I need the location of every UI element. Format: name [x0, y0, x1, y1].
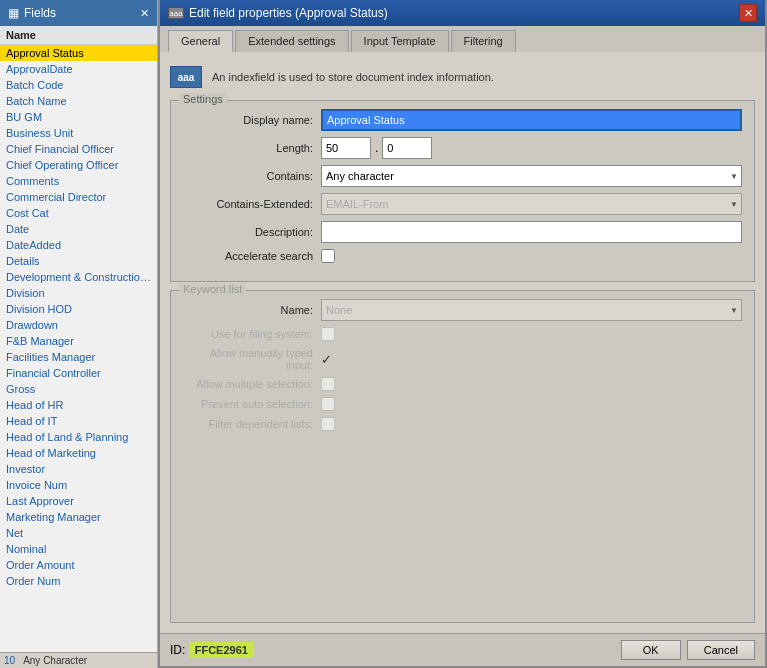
field-item[interactable]: Details: [0, 253, 157, 269]
field-item[interactable]: Division: [0, 285, 157, 301]
footer-buttons: OK Cancel: [621, 640, 755, 660]
contains-extended-wrapper: EMAIL-From: [321, 193, 742, 215]
use-for-filing-label: Use for filing system:: [183, 328, 313, 340]
field-item[interactable]: Commercial Director: [0, 189, 157, 205]
keyword-name-row: Name: None: [183, 299, 742, 321]
field-item[interactable]: Business Unit: [0, 125, 157, 141]
length-input[interactable]: [321, 137, 371, 159]
field-item[interactable]: ApprovalDate: [0, 61, 157, 77]
field-item[interactable]: Head of Marketing: [0, 445, 157, 461]
length-label: Length:: [183, 142, 313, 154]
field-item[interactable]: Marketing Manager: [0, 509, 157, 525]
field-item[interactable]: Division HOD: [0, 301, 157, 317]
info-text: An indexfield is used to store document …: [212, 71, 494, 83]
field-item[interactable]: F&B Manager: [0, 333, 157, 349]
ok-button[interactable]: OK: [621, 640, 681, 660]
tab-input-template[interactable]: Input Template: [351, 30, 449, 52]
field-item[interactable]: Comments: [0, 173, 157, 189]
description-input[interactable]: [321, 221, 742, 243]
dialog-title-icon: aaa: [168, 7, 184, 19]
contains-extended-select[interactable]: EMAIL-From: [321, 193, 742, 215]
accelerate-search-checkbox[interactable]: [321, 249, 335, 263]
edit-field-dialog: aaa Edit field properties (Approval Stat…: [158, 0, 767, 668]
field-item[interactable]: Invoice Num: [0, 477, 157, 493]
contains-select[interactable]: Any character Numeric only Alpha only: [321, 165, 742, 187]
field-item[interactable]: Approval Status: [0, 45, 157, 61]
left-panel: ▦ Fields ✕ Name Approval StatusApprovalD…: [0, 0, 158, 668]
contains-extended-row: Contains-Extended: EMAIL-From: [183, 193, 742, 215]
field-item[interactable]: Order Amount: [0, 557, 157, 573]
field-item[interactable]: Batch Code: [0, 77, 157, 93]
filter-dependent-label: Filter dependent lists:: [183, 418, 313, 430]
length-decimal-input[interactable]: [382, 137, 432, 159]
dialog-title-left: aaa Edit field properties (Approval Stat…: [168, 6, 388, 20]
display-name-label: Display name:: [183, 114, 313, 126]
prevent-auto-row: Prevent auto selection:: [183, 397, 742, 411]
tab-filtering[interactable]: Filtering: [451, 30, 516, 52]
display-name-control: [321, 109, 742, 131]
allow-multiple-row: Allow multiple selection:: [183, 377, 742, 391]
length-control: .: [321, 137, 742, 159]
allow-multiple-checkbox[interactable]: [321, 377, 335, 391]
accelerate-search-row: Accelerate search: [183, 249, 742, 263]
contains-extended-label: Contains-Extended:: [183, 198, 313, 210]
aaa-icon: aaa: [170, 66, 202, 88]
dialog-title: Edit field properties (Approval Status): [189, 6, 388, 20]
prevent-auto-checkbox[interactable]: [321, 397, 335, 411]
field-item[interactable]: Financial Controller: [0, 365, 157, 381]
field-item[interactable]: Batch Name: [0, 93, 157, 109]
field-item[interactable]: Chief Financial Officer: [0, 141, 157, 157]
display-name-row: Display name:: [183, 109, 742, 131]
contains-wrapper: Any character Numeric only Alpha only: [321, 165, 742, 187]
accelerate-search-label: Accelerate search: [183, 250, 313, 262]
field-item[interactable]: Drawdown: [0, 317, 157, 333]
filter-dependent-checkbox[interactable]: [321, 417, 335, 431]
field-item[interactable]: Order Num: [0, 573, 157, 589]
settings-group-label: Settings: [179, 93, 227, 105]
bottom-num: 10: [4, 655, 15, 666]
panel-close-button[interactable]: ✕: [140, 7, 149, 20]
contains-row: Contains: Any character Numeric only Alp…: [183, 165, 742, 187]
dialog-close-button[interactable]: ✕: [739, 4, 757, 22]
dialog-body: aaa An indexfield is used to store docum…: [160, 52, 765, 633]
display-name-input[interactable]: [321, 109, 742, 131]
length-separator: .: [375, 141, 378, 155]
field-item[interactable]: Net: [0, 525, 157, 541]
field-item[interactable]: Head of HR: [0, 397, 157, 413]
allow-manual-label: Allow manually typed input:: [183, 347, 313, 371]
allow-multiple-label: Allow multiple selection:: [183, 378, 313, 390]
field-item[interactable]: Chief Operating Officer: [0, 157, 157, 173]
allow-manual-check: ✓: [321, 352, 332, 367]
id-label: ID:: [170, 643, 185, 657]
panel-icon: ▦: [8, 6, 19, 20]
field-item[interactable]: Cost Cat: [0, 205, 157, 221]
cancel-button[interactable]: Cancel: [687, 640, 755, 660]
panel-header: ▦ Fields ✕: [0, 0, 157, 26]
panel-title: Fields: [24, 6, 56, 20]
field-list: Approval StatusApprovalDateBatch CodeBat…: [0, 45, 157, 652]
description-label: Description:: [183, 226, 313, 238]
field-item[interactable]: Development & Construction Di: [0, 269, 157, 285]
field-item[interactable]: Nominal: [0, 541, 157, 557]
field-item[interactable]: Head of Land & Planning: [0, 429, 157, 445]
field-item[interactable]: DateAdded: [0, 237, 157, 253]
column-header: Name: [0, 26, 157, 45]
info-bar: aaa An indexfield is used to store docum…: [170, 62, 755, 92]
keyword-name-select[interactable]: None: [321, 299, 742, 321]
field-item[interactable]: BU GM: [0, 109, 157, 125]
contains-label: Contains:: [183, 170, 313, 182]
field-item[interactable]: Facilities Manager: [0, 349, 157, 365]
tab-extended-settings[interactable]: Extended settings: [235, 30, 348, 52]
panel-title-area: ▦ Fields: [8, 6, 56, 20]
field-item[interactable]: Date: [0, 221, 157, 237]
field-item[interactable]: Gross: [0, 381, 157, 397]
use-for-filing-checkbox[interactable]: [321, 327, 335, 341]
prevent-auto-label: Prevent auto selection:: [183, 398, 313, 410]
bottom-row: 10 Any Character: [0, 652, 157, 668]
tab-general[interactable]: General: [168, 30, 233, 52]
field-item[interactable]: Head of IT: [0, 413, 157, 429]
id-badge: FFCE2961: [189, 642, 254, 658]
allow-manual-row: Allow manually typed input: ✓: [183, 347, 742, 371]
field-item[interactable]: Last Approver: [0, 493, 157, 509]
field-item[interactable]: Investor: [0, 461, 157, 477]
